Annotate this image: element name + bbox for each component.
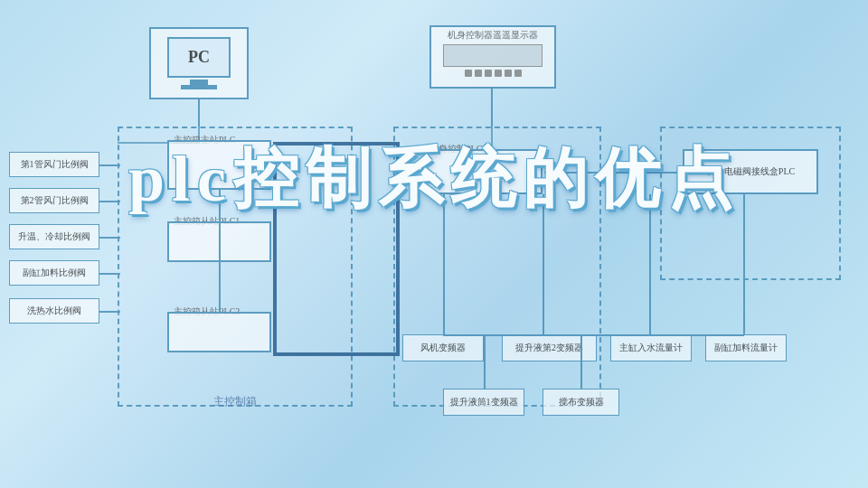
side4-line [99,273,120,275]
body-down-2 [542,194,544,334]
thick-v2 [396,142,400,354]
side-box-3: 升温、冷却比例阀 [9,224,99,249]
bottom-h-dist [443,334,744,336]
side2-line [99,201,120,202]
bottom-box-1: 风机变频器 [402,334,484,361]
bottom-box-3: 主缸入水流量计 [610,334,692,361]
bottom-box-4: 副缸加料流量计 [705,334,787,361]
body-down-1 [443,194,445,334]
machine-display-dots [431,70,554,77]
side1-line [99,164,120,166]
side3-line [99,237,120,239]
body-elec-plc-label: 机身电磁阀接线盒PLC [706,165,795,178]
side-box-5: 洗热水比例阀 [9,298,99,324]
machine-display-screen [443,44,542,67]
dot [465,70,472,77]
pc-screen: PC [167,37,231,78]
bottom-box-5: 提升液筒1变频器 [443,389,524,416]
main-plc-box [167,140,271,190]
body-down-3 [649,194,651,334]
b6-down [580,334,582,389]
dot [495,70,502,77]
bottom-box-2: 提升液第2变频器 [502,334,597,361]
mid-right-h1 [544,172,684,174]
thick-v1 [273,142,277,354]
dot [485,70,492,77]
thick-h1 [273,142,400,145]
side-box-1: 第1管风门比例阀 [9,152,99,177]
slave-plc2-box [167,312,271,352]
pc-box: PC [149,27,249,99]
plc-connect-line [219,190,221,312]
body-down-4 [743,194,745,334]
machine-display-title: 机身控制器遥遥显示器 [431,27,554,42]
side5-line [99,311,120,313]
main-control-label: 主控制箱 [213,394,257,409]
bottom-box-6: 搅布变频器 [542,389,619,416]
dot [505,70,512,77]
body-plc-box [425,149,542,194]
b5-down [484,334,486,389]
pc-base [181,85,217,89]
machine-display: 机身控制器遥遥显示器 [429,25,556,89]
dot [475,70,482,77]
body-elec-plc-box: 机身电磁阀接线盒PLC [683,149,818,194]
thick-h2 [273,352,400,356]
dot [514,70,522,77]
diagram-container: PC 机身控制器遥遥显示器 主控制箱 主控箱主站PLC 主控箱从站PLC1 [0,0,868,488]
side-box-4: 副缸加料比例阀 [9,260,99,286]
side-box-2: 第2管风门比例阀 [9,188,99,213]
